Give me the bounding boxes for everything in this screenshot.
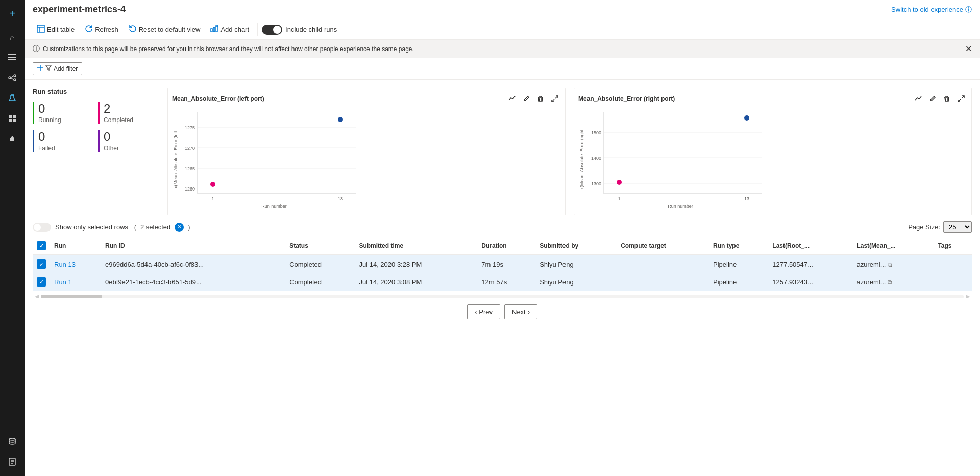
row-2-checkbox[interactable]: ✓ (37, 277, 46, 287)
row-1-checkbox[interactable]: ✓ (37, 259, 46, 269)
run-1-id: 0ebf9e21-1ecb-4cc3-b651-5d9... (105, 278, 202, 286)
svg-text:Run number: Run number (261, 204, 287, 209)
svg-point-5 (14, 79, 16, 81)
svg-rect-0 (8, 54, 16, 55)
run-status-title: Run status (33, 88, 155, 96)
svg-text:1500: 1500 (591, 130, 601, 135)
col-tags: Tags (934, 237, 972, 255)
run-13-status: Completed (289, 260, 322, 268)
completed-label: Completed (104, 116, 155, 124)
sidebar-item-modules[interactable] (3, 110, 21, 129)
add-chart-button[interactable]: Add chart (206, 22, 253, 36)
add-filter-button[interactable]: Add filter (33, 62, 82, 75)
col-submitted-by: Submitted by (535, 237, 617, 255)
show-selected-label: Show only selected rows (55, 223, 128, 231)
prev-button[interactable]: ‹ Prev (467, 304, 500, 319)
svg-text:13: 13 (744, 196, 749, 201)
run-1-last-root: 1257.93243... (772, 278, 813, 286)
info-bar: ⓘ Customizations to this page will be pr… (24, 40, 980, 58)
sidebar-item-deployments[interactable] (3, 131, 21, 149)
include-child-runs-toggle[interactable] (262, 25, 282, 35)
run-1-link[interactable]: Run 1 (54, 278, 72, 286)
show-selected-toggle[interactable] (33, 223, 51, 232)
chart-right-delete-btn[interactable] (941, 92, 953, 105)
help-icon: ⓘ (965, 5, 972, 14)
status-item-running: 0 Running (33, 102, 90, 124)
sidebar-item-data[interactable] (3, 433, 21, 451)
run-1-run-type: Pipeline (713, 278, 737, 286)
chart-left-edit-btn[interactable] (520, 92, 532, 105)
refresh-button[interactable]: Refresh (81, 22, 122, 36)
run-13-submitted-by: Shiyu Peng (540, 260, 574, 268)
run-13-submitted-time: Jul 14, 2020 3:28 PM (359, 260, 422, 268)
chart-right-edit-btn[interactable] (926, 92, 939, 105)
run-status-panel: Run status 0 Running 2 Completed 0 Faile… (33, 88, 155, 152)
other-count: 0 (104, 130, 155, 145)
run-13-link[interactable]: Run 13 (54, 260, 76, 268)
run-1-duration: 12m 57s (481, 278, 507, 286)
chart-right-expand-btn[interactable] (955, 92, 967, 105)
sidebar-item-notebooks[interactable] (3, 454, 21, 472)
svg-line-6 (11, 76, 14, 78)
filter-bar: Add filter (24, 58, 980, 80)
switch-old-experience-link[interactable]: Switch to old experience ⓘ (891, 5, 972, 14)
reset-button[interactable]: Reset to default view (125, 22, 205, 36)
include-child-runs-toggle-container: Include child runs (262, 25, 337, 35)
chart-left-delete-btn[interactable] (534, 92, 547, 105)
svg-text:1400: 1400 (591, 156, 601, 161)
add-icon: + (9, 8, 15, 19)
chart-right-linechart-btn[interactable] (912, 92, 924, 105)
refresh-icon (85, 25, 93, 34)
run-1-submitted-time: Jul 14, 2020 3:08 PM (359, 278, 422, 286)
chart-right-title: Mean_Absolute_Error (right port) (578, 95, 675, 102)
sidebar-item-home[interactable]: ⌂ (3, 29, 21, 47)
runs-table: ✓ Run Run ID Status Submitted time Durat… (33, 237, 972, 291)
svg-rect-12 (13, 119, 16, 122)
svg-rect-22 (213, 27, 215, 32)
add-filter-label: Add filter (54, 65, 78, 73)
run-1-status: Completed (289, 278, 322, 286)
sidebar-item-experiments[interactable] (3, 90, 21, 108)
chart-right-svg-container: 1500 1400 1300 1 13 Run number x(Mean_Ab… (578, 107, 967, 210)
horizontal-scrollbar[interactable]: ◀ ▶ (24, 291, 980, 298)
sidebar-item-list[interactable] (3, 49, 21, 67)
svg-point-44 (338, 117, 343, 122)
svg-rect-9 (9, 115, 12, 118)
status-item-completed: 2 Completed (98, 102, 155, 124)
other-label: Other (104, 145, 155, 152)
home-icon: ⌂ (10, 33, 15, 42)
sidebar-item-pipelines[interactable] (3, 69, 21, 88)
col-compute-target: Compute target (617, 237, 709, 255)
toolbar-divider (257, 23, 258, 36)
svg-rect-11 (9, 119, 12, 122)
page-size-select[interactable]: 25 50 100 (943, 221, 972, 233)
table-row: ✓ Run 1 0ebf9e21-1ecb-4cc3-b651-5d9... C… (33, 273, 972, 291)
data-icon (8, 437, 16, 447)
reset-icon (129, 25, 137, 34)
modules-icon (8, 114, 16, 125)
info-bar-text: Customizations to this page will be pres… (43, 45, 414, 53)
svg-rect-1 (8, 57, 16, 58)
run-1-copy-btn[interactable]: ⧉ (888, 279, 892, 286)
failed-count: 0 (38, 130, 90, 145)
col-run-type: Run type (709, 237, 768, 255)
svg-text:1265: 1265 (185, 166, 195, 171)
run-13-last-mean: azureml... (856, 260, 886, 268)
page-title: experiment-metrics-4 (33, 4, 126, 15)
chart-left-linechart-btn[interactable] (506, 92, 518, 105)
selected-count-badge: 2 selected (140, 223, 170, 231)
info-bar-close-button[interactable]: ✕ (965, 44, 972, 54)
include-child-runs-label: Include child runs (285, 26, 337, 33)
chart-left-svg: 1275 1270 1265 1260 1 13 Run number x(Me… (172, 107, 366, 209)
next-button[interactable]: Next › (504, 304, 537, 319)
select-all-checkbox[interactable]: ✓ (37, 241, 46, 250)
status-grid: 0 Running 2 Completed 0 Failed 0 Other (33, 102, 155, 152)
svg-text:x(Mean_Absolute_Error (right..: x(Mean_Absolute_Error (right... (579, 126, 584, 190)
experiments-icon (8, 94, 16, 104)
run-13-copy-btn[interactable]: ⧉ (888, 261, 892, 268)
edit-table-button[interactable]: Edit table (33, 22, 79, 36)
svg-point-59 (617, 180, 622, 185)
sidebar-item-add[interactable]: + (3, 4, 21, 22)
clear-selection-btn[interactable]: ✕ (175, 223, 184, 232)
chart-left-expand-btn[interactable] (549, 92, 561, 105)
